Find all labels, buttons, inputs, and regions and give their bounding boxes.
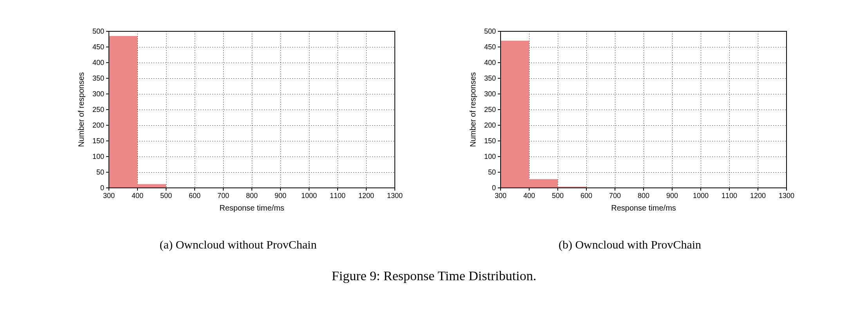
x-tick-label: 500 (552, 192, 564, 200)
y-tick-label: 0 (492, 184, 496, 192)
x-tick-label: 1000 (301, 192, 317, 200)
x-axis-label: Response time/ms (611, 204, 676, 212)
y-tick-label: 200 (92, 121, 104, 129)
chart-block-a: 3004005006007008009001000110012001300050… (74, 23, 403, 251)
x-tick-label: 700 (217, 192, 229, 200)
x-tick-label: 500 (160, 192, 172, 200)
y-tick-label: 100 (92, 153, 104, 160)
y-tick-label: 300 (92, 90, 104, 98)
bar (501, 41, 529, 188)
x-tick-label: 1300 (779, 192, 794, 200)
x-tick-label: 1200 (750, 192, 766, 200)
y-tick-label: 400 (484, 59, 496, 67)
y-tick-label: 350 (92, 74, 104, 82)
subcaption-b: (b) Owncloud with ProvChain (559, 238, 701, 251)
y-tick-label: 150 (92, 137, 104, 145)
x-tick-label: 900 (666, 192, 678, 200)
x-tick-label: 800 (246, 192, 258, 200)
x-tick-label: 400 (523, 192, 535, 200)
x-tick-label: 700 (609, 192, 621, 200)
bar (137, 184, 166, 188)
y-tick-label: 200 (484, 121, 496, 129)
x-tick-label: 800 (638, 192, 649, 200)
x-tick-label: 1000 (693, 192, 709, 200)
x-tick-label: 1200 (358, 192, 374, 200)
x-tick-label: 300 (103, 192, 115, 200)
y-tick-label: 0 (100, 184, 104, 192)
x-tick-label: 600 (580, 192, 592, 200)
chart-b: 3004005006007008009001000110012001300050… (465, 23, 794, 219)
y-tick-label: 450 (92, 43, 104, 51)
y-tick-label: 300 (484, 90, 496, 98)
y-tick-label: 250 (92, 106, 104, 114)
y-tick-label: 150 (484, 137, 496, 145)
chart-block-b: 3004005006007008009001000110012001300050… (465, 23, 794, 251)
y-tick-label: 500 (92, 27, 104, 35)
chart-a: 3004005006007008009001000110012001300050… (74, 23, 403, 219)
y-tick-label: 50 (96, 168, 104, 176)
y-axis-label: Number of responses (468, 72, 477, 147)
y-axis-label: Number of responses (77, 72, 85, 147)
y-tick-label: 500 (484, 27, 496, 35)
y-tick-label: 400 (92, 59, 104, 67)
x-tick-label: 900 (275, 192, 286, 200)
x-axis-label: Response time/ms (219, 204, 284, 212)
y-tick-label: 450 (484, 43, 496, 51)
x-tick-label: 300 (495, 192, 506, 200)
x-tick-label: 1300 (387, 192, 403, 200)
x-tick-label: 400 (132, 192, 143, 200)
figure-9: 3004005006007008009001000110012001300050… (0, 0, 868, 328)
y-tick-label: 100 (484, 153, 496, 160)
figure-caption: Figure 9: Response Time Distribution. (0, 269, 868, 283)
y-tick-label: 50 (488, 168, 496, 176)
x-tick-label: 1100 (722, 192, 737, 200)
y-tick-label: 350 (484, 74, 496, 82)
bar (109, 36, 137, 188)
bar (529, 179, 558, 188)
y-tick-label: 250 (484, 106, 496, 114)
x-tick-label: 1100 (330, 192, 345, 200)
x-tick-label: 600 (189, 192, 201, 200)
charts-row: 3004005006007008009001000110012001300050… (0, 0, 868, 251)
subcaption-a: (a) Owncloud without ProvChain (160, 238, 317, 251)
